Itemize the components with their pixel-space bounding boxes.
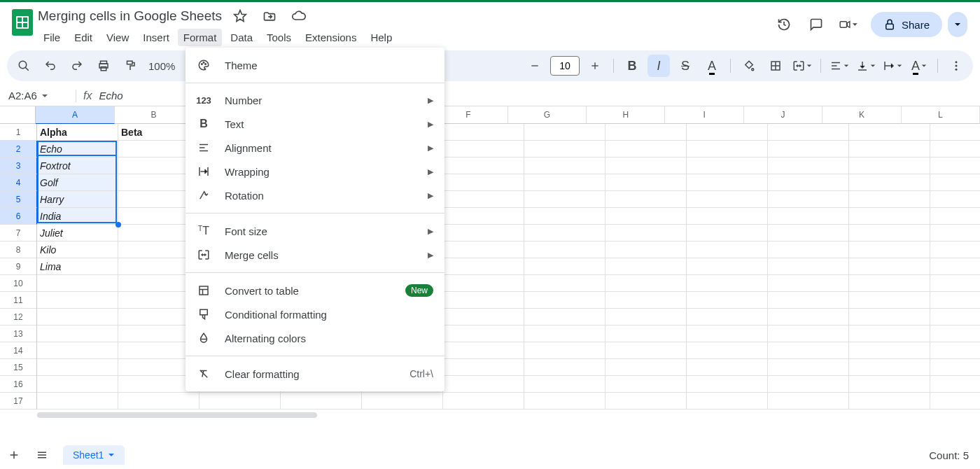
- cell[interactable]: [606, 292, 687, 309]
- cell[interactable]: [606, 124, 687, 141]
- fill-color-button[interactable]: [738, 55, 760, 77]
- cell[interactable]: [200, 393, 281, 410]
- column-header[interactable]: H: [587, 106, 665, 124]
- cell[interactable]: [606, 342, 687, 359]
- cell[interactable]: [443, 225, 524, 241]
- row-header[interactable]: 3: [0, 158, 37, 174]
- history-icon[interactable]: [774, 15, 794, 34]
- cell[interactable]: [768, 309, 849, 326]
- cell[interactable]: [443, 326, 524, 342]
- cell[interactable]: [37, 359, 118, 376]
- cell[interactable]: [930, 124, 980, 141]
- cell[interactable]: [606, 275, 687, 292]
- cell[interactable]: [524, 275, 606, 292]
- row-header[interactable]: 13: [0, 326, 37, 342]
- search-icon[interactable]: [13, 55, 35, 77]
- cell[interactable]: [687, 393, 768, 410]
- format-text[interactable]: B Text ▶: [186, 112, 444, 136]
- column-header[interactable]: A: [36, 106, 114, 124]
- cell[interactable]: [443, 124, 524, 141]
- cell[interactable]: [443, 292, 524, 309]
- format-wrapping[interactable]: Wrapping ▶: [186, 160, 444, 183]
- cell[interactable]: [768, 191, 849, 208]
- row-header[interactable]: 8: [0, 241, 37, 258]
- text-color-button[interactable]: A: [701, 55, 723, 77]
- cell[interactable]: [930, 275, 980, 292]
- cell[interactable]: [524, 241, 606, 258]
- wrap-button[interactable]: [881, 55, 904, 77]
- cell[interactable]: [849, 158, 930, 174]
- row-header[interactable]: 1: [0, 124, 37, 141]
- rotation-button[interactable]: A: [908, 55, 930, 77]
- cell[interactable]: [443, 191, 524, 208]
- cell[interactable]: [849, 141, 930, 158]
- cell[interactable]: [687, 275, 768, 292]
- format-clear[interactable]: Clear formatting Ctrl+\: [186, 362, 444, 386]
- menu-edit[interactable]: Edit: [69, 29, 98, 46]
- row-header[interactable]: 15: [0, 359, 37, 376]
- cell[interactable]: [443, 208, 524, 225]
- column-header[interactable]: G: [508, 106, 587, 124]
- cell[interactable]: [687, 158, 768, 174]
- cell[interactable]: [768, 326, 849, 342]
- cell[interactable]: [524, 158, 606, 174]
- decrease-font-icon[interactable]: [524, 55, 546, 77]
- horizontal-align-button[interactable]: [828, 55, 850, 77]
- cell[interactable]: [687, 191, 768, 208]
- cell[interactable]: [524, 124, 606, 141]
- cell[interactable]: [687, 342, 768, 359]
- cell[interactable]: [930, 309, 980, 326]
- redo-icon[interactable]: [66, 55, 88, 77]
- cell[interactable]: [606, 191, 687, 208]
- comment-icon[interactable]: [806, 15, 826, 34]
- cell[interactable]: [443, 174, 524, 191]
- cell[interactable]: [524, 258, 606, 275]
- cell[interactable]: Lima: [37, 258, 118, 275]
- cell[interactable]: [37, 292, 118, 309]
- menu-data[interactable]: Data: [225, 29, 258, 46]
- cell[interactable]: [524, 393, 606, 410]
- cell[interactable]: [443, 376, 524, 393]
- row-header[interactable]: 4: [0, 174, 37, 191]
- cell[interactable]: [768, 376, 849, 393]
- column-header[interactable]: I: [665, 106, 743, 124]
- cell[interactable]: [687, 359, 768, 376]
- cell[interactable]: [687, 208, 768, 225]
- format-alternating[interactable]: Alternating colors: [186, 326, 444, 350]
- cell[interactable]: [687, 376, 768, 393]
- format-merge-cells[interactable]: Merge cells ▶: [186, 243, 444, 267]
- cell[interactable]: [37, 393, 118, 410]
- cell[interactable]: [687, 309, 768, 326]
- paint-format-icon[interactable]: [119, 55, 141, 77]
- cell[interactable]: [849, 258, 930, 275]
- cell[interactable]: [687, 292, 768, 309]
- cell[interactable]: [768, 174, 849, 191]
- all-sheets-button[interactable]: [28, 442, 56, 468]
- cell[interactable]: [524, 141, 606, 158]
- meet-icon[interactable]: [839, 15, 858, 34]
- select-all-corner[interactable]: [0, 106, 36, 124]
- cell[interactable]: [768, 141, 849, 158]
- cloud-saved-icon[interactable]: [289, 6, 309, 26]
- cell[interactable]: [930, 174, 980, 191]
- format-number[interactable]: 123 Number ▶: [186, 89, 444, 112]
- cell[interactable]: [930, 225, 980, 241]
- cell[interactable]: [37, 309, 118, 326]
- cell[interactable]: [768, 258, 849, 275]
- cell[interactable]: [687, 225, 768, 241]
- cell[interactable]: [443, 393, 524, 410]
- cell[interactable]: [768, 241, 849, 258]
- cell[interactable]: [281, 393, 362, 410]
- row-header[interactable]: 2: [0, 141, 37, 158]
- column-header[interactable]: J: [744, 106, 822, 124]
- increase-font-icon[interactable]: [584, 55, 606, 77]
- cell[interactable]: [443, 258, 524, 275]
- menu-help[interactable]: Help: [365, 29, 398, 46]
- cell[interactable]: [849, 342, 930, 359]
- cell[interactable]: [687, 258, 768, 275]
- cell[interactable]: [930, 141, 980, 158]
- cell[interactable]: [524, 376, 606, 393]
- format-alignment[interactable]: Alignment ▶: [186, 136, 444, 160]
- cell[interactable]: [524, 342, 606, 359]
- row-header[interactable]: 14: [0, 342, 37, 359]
